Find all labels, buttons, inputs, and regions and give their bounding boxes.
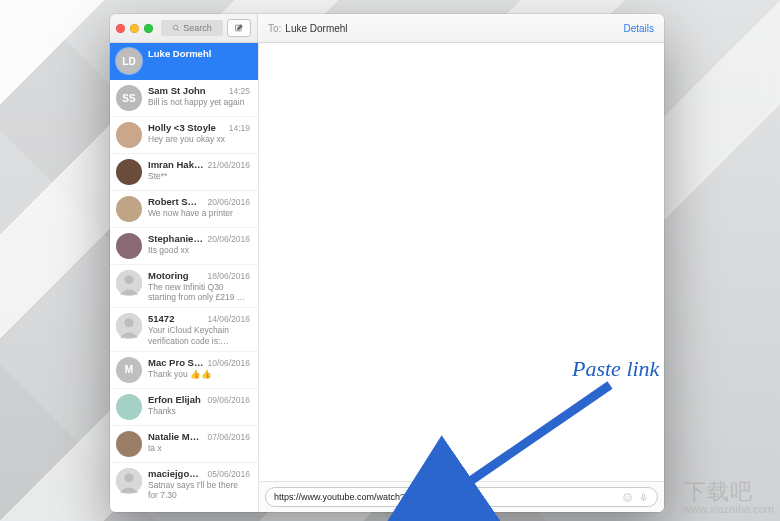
conversation-text: Motoring18/06/2016The new Infiniti Q30 s… bbox=[148, 270, 250, 302]
conversation-preview: Its good xx bbox=[148, 245, 250, 255]
conversation-preview: Thanks bbox=[148, 406, 250, 416]
close-button[interactable] bbox=[116, 24, 125, 33]
conversation-item[interactable]: SSSam St John14:25Bill is not happy yet … bbox=[110, 80, 258, 117]
window-body: LDLuke DormehlSSSam St John14:25Bill is … bbox=[110, 43, 664, 512]
conversation-text: maciejgowin@i…05/06/2016Satnav says I'll… bbox=[148, 468, 250, 500]
traffic-lights bbox=[116, 24, 153, 33]
minimize-button[interactable] bbox=[130, 24, 139, 33]
conversation-timestamp: 05/06/2016 bbox=[207, 469, 250, 479]
message-input-trailing bbox=[614, 492, 649, 503]
conversation-timestamp: 21/06/2016 bbox=[207, 160, 250, 170]
avatar bbox=[116, 196, 142, 222]
conversation-name: Stephanie Smith bbox=[148, 233, 203, 244]
avatar: M bbox=[116, 357, 142, 383]
titlebar: Search To: Luke Dormehl Details bbox=[110, 14, 664, 43]
conversation-name: Erfon Elijah bbox=[148, 394, 203, 405]
mic-icon[interactable] bbox=[638, 492, 649, 503]
conversation-preview: The new Infiniti Q30 starting from only … bbox=[148, 282, 250, 302]
svg-point-0 bbox=[173, 25, 178, 30]
svg-point-10 bbox=[626, 496, 627, 497]
conversation-preview: Thank you 👍👍 bbox=[148, 369, 250, 379]
conversation-name: maciejgowin@i… bbox=[148, 468, 203, 479]
conversation-name: Motoring bbox=[148, 270, 203, 281]
conversation-name: Luke Dormehl bbox=[148, 48, 246, 59]
conversation-preview: Bill is not happy yet again bbox=[148, 97, 250, 107]
conversation-item[interactable]: Erfon Elijah09/06/2016Thanks bbox=[110, 389, 258, 426]
conversation-list[interactable]: LDLuke DormehlSSSam St John14:25Bill is … bbox=[110, 43, 259, 512]
avatar bbox=[116, 122, 142, 148]
conversation-text: 5147214/06/2016Your iCloud Keychain veri… bbox=[148, 313, 250, 345]
conversation-text: Robert Smith20/06/2016We now have a prin… bbox=[148, 196, 250, 218]
conversation-preview: ta x bbox=[148, 443, 250, 453]
conversation-text: Erfon Elijah09/06/2016Thanks bbox=[148, 394, 250, 416]
conversation-text: Sam St John14:25Bill is not happy yet ag… bbox=[148, 85, 250, 107]
conversation-name: Natalie Mclaren bbox=[148, 431, 203, 442]
messages-window: Search To: Luke Dormehl Details LDLuke D… bbox=[110, 14, 664, 512]
search-input[interactable]: Search bbox=[161, 20, 223, 36]
conversation-timestamp: 09/06/2016 bbox=[207, 395, 250, 405]
compose-icon bbox=[234, 23, 244, 33]
svg-point-8 bbox=[124, 473, 133, 482]
conversation-item[interactable]: MMac Pro Seller10/06/2016Thank you 👍👍 bbox=[110, 352, 258, 389]
svg-rect-12 bbox=[642, 493, 644, 497]
svg-point-9 bbox=[624, 493, 632, 501]
conversation-item[interactable]: Imran Hakim21/06/2016Ste** bbox=[110, 154, 258, 191]
conversation-name: Holly <3 Stoyle bbox=[148, 122, 225, 133]
conversation-name: Imran Hakim bbox=[148, 159, 203, 170]
zoom-button[interactable] bbox=[144, 24, 153, 33]
conversation-preview: Hey are you okay xx bbox=[148, 134, 250, 144]
message-input-row: https://www.youtube.com/watch?v=bllXFJf8… bbox=[259, 481, 664, 512]
conversation-timestamp: 07/06/2016 bbox=[207, 432, 250, 442]
chat-scroll-area[interactable] bbox=[259, 43, 664, 481]
message-input[interactable]: https://www.youtube.com/watch?v=bllXFJf8… bbox=[265, 487, 658, 507]
conversation-text: Stephanie Smith20/06/2016Its good xx bbox=[148, 233, 250, 255]
details-button[interactable]: Details bbox=[623, 23, 654, 34]
conversation-preview: Satnav says I'll be there for 7.30 bbox=[148, 480, 250, 500]
conversation-item[interactable]: 5147214/06/2016Your iCloud Keychain veri… bbox=[110, 308, 258, 351]
svg-line-1 bbox=[177, 29, 179, 31]
conversation-timestamp: 14:19 bbox=[229, 123, 250, 133]
conversation-text: Holly <3 Stoyle14:19Hey are you okay xx bbox=[148, 122, 250, 144]
conversation-timestamp: 10/06/2016 bbox=[207, 358, 250, 368]
conversation-text: Luke Dormehl bbox=[148, 48, 250, 59]
conversation-item[interactable]: Natalie Mclaren07/06/2016ta x bbox=[110, 426, 258, 463]
conversation-item[interactable]: maciejgowin@i…05/06/2016Satnav says I'll… bbox=[110, 463, 258, 505]
conversation-timestamp: 20/06/2016 bbox=[207, 234, 250, 244]
conversation-item[interactable]: Motoring18/06/2016The new Infiniti Q30 s… bbox=[110, 265, 258, 308]
svg-point-6 bbox=[124, 319, 133, 328]
svg-point-11 bbox=[628, 496, 629, 497]
conversation-preview: We now have a printer bbox=[148, 208, 250, 218]
avatar bbox=[116, 431, 142, 457]
message-input-value: https://www.youtube.com/watch?v=bllXFJf8… bbox=[274, 488, 463, 506]
avatar bbox=[116, 233, 142, 259]
avatar bbox=[116, 313, 142, 339]
conversation-item[interactable]: LDLuke Dormehl bbox=[110, 43, 258, 80]
conversation-text: Mac Pro Seller10/06/2016Thank you 👍👍 bbox=[148, 357, 250, 379]
conversation-name: 51472 bbox=[148, 313, 203, 324]
avatar bbox=[116, 159, 142, 185]
compose-button[interactable] bbox=[227, 19, 251, 37]
conversation-text: Imran Hakim21/06/2016Ste** bbox=[148, 159, 250, 181]
emoji-icon[interactable] bbox=[622, 492, 633, 503]
conversation-item[interactable]: Robert Smith20/06/2016We now have a prin… bbox=[110, 191, 258, 228]
conversation-item[interactable]: Holly <3 Stoyle14:19Hey are you okay xx bbox=[110, 117, 258, 154]
conversation-timestamp: 14/06/2016 bbox=[207, 314, 250, 324]
conversation-preview: Ste** bbox=[148, 171, 250, 181]
conversation-name: Mac Pro Seller bbox=[148, 357, 203, 368]
avatar bbox=[116, 468, 142, 494]
avatar: LD bbox=[116, 48, 142, 74]
avatar: SS bbox=[116, 85, 142, 111]
search-placeholder: Search bbox=[183, 23, 212, 33]
to-recipient: Luke Dormehl bbox=[285, 23, 347, 34]
to-label: To: bbox=[268, 23, 281, 34]
conversation-name: Sam St John bbox=[148, 85, 225, 96]
avatar bbox=[116, 270, 142, 296]
conversation-timestamp: 20/06/2016 bbox=[207, 197, 250, 207]
avatar bbox=[116, 394, 142, 420]
conversation-item[interactable]: Stephanie Smith20/06/2016Its good xx bbox=[110, 228, 258, 265]
conversation-timestamp: 14:25 bbox=[229, 86, 250, 96]
conversation-header: To: Luke Dormehl Details bbox=[258, 14, 664, 42]
titlebar-left: Search bbox=[110, 14, 258, 42]
chat-pane: https://www.youtube.com/watch?v=bllXFJf8… bbox=[259, 43, 664, 512]
search-icon bbox=[172, 24, 180, 32]
